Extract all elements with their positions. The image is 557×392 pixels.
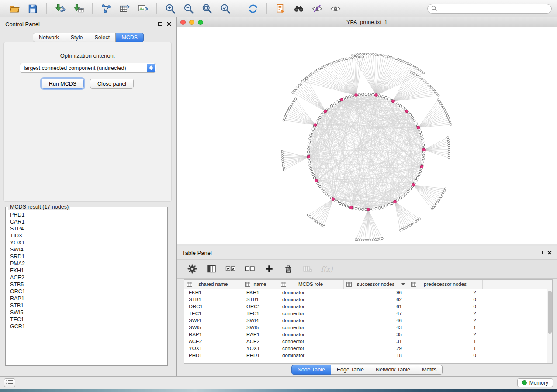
- cell-filler: [482, 289, 552, 296]
- mcds-result-group: MCDS result (17 nodes) PHD1CAR1STP4TID3Y…: [5, 204, 168, 366]
- zoom-selected-button[interactable]: [216, 2, 235, 16]
- cell-mcds_role: dominator: [278, 303, 343, 310]
- zoom-in-button[interactable]: [161, 2, 180, 16]
- settings-button[interactable]: [185, 262, 200, 276]
- zoom-fit-icon: [201, 3, 213, 14]
- function-button: f(x): [319, 262, 334, 276]
- mcds-result-item[interactable]: PHD1: [10, 211, 163, 218]
- select-all-button[interactable]: [223, 262, 238, 276]
- table-row[interactable]: TEC1TEC1connector472: [184, 310, 552, 317]
- close-panel-icon[interactable]: [167, 22, 171, 26]
- table-row[interactable]: SWI4SWI4dominator462: [184, 317, 552, 324]
- refresh-button[interactable]: [244, 2, 262, 16]
- close-table-panel-icon[interactable]: [547, 251, 552, 255]
- export-image-button[interactable]: [134, 2, 152, 16]
- cell-filler: [482, 296, 552, 303]
- column-header-name[interactable]: name: [242, 280, 278, 289]
- clone-network-button[interactable]: [271, 2, 290, 16]
- float-table-panel-icon[interactable]: [539, 251, 543, 254]
- column-label: shared name: [198, 282, 228, 287]
- mcds-result-item[interactable]: CAR1: [10, 218, 163, 225]
- network-window-titlebar[interactable]: YPA_prune.txt_1: [177, 17, 557, 27]
- open-file-icon: [9, 3, 20, 14]
- mcds-result-item[interactable]: TID3: [10, 232, 163, 239]
- show-all-button[interactable]: [326, 2, 345, 16]
- tab-style[interactable]: Style: [65, 33, 89, 42]
- mcds-result-item[interactable]: STB1: [10, 302, 163, 309]
- columns-button[interactable]: [204, 262, 219, 276]
- cell-filler: [482, 303, 552, 310]
- mcds-result-item[interactable]: PMA2: [10, 260, 163, 267]
- mcds-result-item[interactable]: TEC1: [10, 316, 163, 323]
- node-table: shared namenameMCDS rolesuccessor nodesp…: [184, 280, 552, 359]
- task-list-button[interactable]: [4, 378, 15, 387]
- table-row[interactable]: YOX1YOX1connector291: [184, 345, 552, 352]
- save-button[interactable]: [24, 2, 42, 16]
- tab-mcds[interactable]: MCDS: [116, 33, 144, 42]
- close-panel-button[interactable]: Close panel: [90, 79, 134, 89]
- float-panel-icon[interactable]: [158, 22, 162, 26]
- cell-predecessor_nodes: 1: [408, 338, 482, 345]
- network-canvas[interactable]: [177, 27, 556, 244]
- select-all-icon: [225, 264, 236, 274]
- criterion-dropdown[interactable]: largest connected component (undirected): [20, 63, 156, 73]
- mcds-result-item[interactable]: RAP1: [10, 295, 163, 302]
- tab-select[interactable]: Select: [89, 33, 116, 42]
- mcds-result-list[interactable]: PHD1CAR1STP4TID3YOX1SWI4SRD1PMA2FKH1ACE2…: [6, 210, 167, 365]
- table-row[interactable]: PHD1PHD1dominator180: [184, 352, 552, 359]
- mcds-result-item[interactable]: STP4: [10, 225, 163, 232]
- mcds-result-item[interactable]: SWI5: [10, 309, 163, 316]
- table-row[interactable]: FKH1FKH1dominator962: [184, 289, 552, 296]
- cell-name: SWI5: [242, 324, 278, 331]
- column-header-successor_nodes[interactable]: successor nodes: [343, 280, 408, 289]
- cell-shared_name: STB1: [184, 296, 242, 303]
- cell-name: RAP1: [242, 331, 278, 338]
- mcds-result-item[interactable]: ORC1: [10, 288, 163, 295]
- cell-predecessor_nodes: 2: [408, 289, 482, 296]
- mcds-result-item[interactable]: ACE2: [10, 274, 163, 281]
- mcds-result-item[interactable]: STB5: [10, 281, 163, 288]
- new-network-button[interactable]: [97, 2, 115, 16]
- deselect-all-button[interactable]: [242, 262, 257, 276]
- table-scrollbar[interactable]: [547, 289, 552, 363]
- mcds-result-item[interactable]: SWI4: [10, 246, 163, 253]
- run-mcds-button[interactable]: Run MCDS: [42, 79, 84, 89]
- table-row[interactable]: SWI5SWI5connector431: [184, 324, 552, 331]
- delete-row-button[interactable]: [281, 262, 296, 276]
- tab-network[interactable]: Network: [33, 33, 65, 42]
- table-row[interactable]: STB1STB1dominator620: [184, 296, 552, 303]
- sort-arrow-icon[interactable]: [401, 283, 405, 285]
- main-toolbar: [0, 0, 557, 17]
- hide-selected-button[interactable]: [308, 2, 326, 16]
- network-graph[interactable]: [177, 27, 556, 244]
- zoom-out-button[interactable]: [180, 2, 198, 16]
- table-row[interactable]: ACE2ACE2connector311: [184, 338, 552, 345]
- open-file-button[interactable]: [5, 2, 24, 16]
- mcds-result-item[interactable]: FKH1: [10, 267, 163, 274]
- zoom-fit-button[interactable]: [198, 2, 216, 16]
- node-table-body: FKH1FKH1dominator962STB1STB1dominator620…: [184, 289, 552, 359]
- import-table-button[interactable]: [69, 2, 88, 16]
- table-tab-motifs[interactable]: Motifs: [416, 365, 443, 375]
- table-tab-node-table[interactable]: Node Table: [291, 365, 331, 375]
- table-tab-network-table[interactable]: Network Table: [370, 365, 416, 375]
- table-row[interactable]: ORC1ORC1dominator610: [184, 303, 552, 310]
- new-table-button[interactable]: [115, 2, 134, 16]
- mcds-result-item[interactable]: SRD1: [10, 253, 163, 260]
- table-toolbar: f(x): [177, 259, 557, 279]
- search-input[interactable]: [439, 6, 548, 12]
- import-network-button[interactable]: [51, 2, 69, 16]
- column-header-mcds_role[interactable]: MCDS role: [278, 280, 343, 289]
- table-tab-edge-table[interactable]: Edge Table: [331, 365, 370, 375]
- add-row-button[interactable]: [262, 262, 277, 276]
- table-row[interactable]: RAP1RAP1dominator352: [184, 331, 552, 338]
- table-scrollbar-thumb[interactable]: [548, 291, 552, 334]
- search-box[interactable]: [427, 4, 552, 14]
- mcds-result-item[interactable]: YOX1: [10, 239, 163, 246]
- column-header-shared_name[interactable]: shared name: [184, 280, 242, 289]
- mcds-result-item[interactable]: GCR1: [10, 323, 163, 330]
- column-header-predecessor_nodes[interactable]: predecessor nodes: [408, 280, 482, 289]
- memory-button[interactable]: Memory: [517, 378, 553, 387]
- optimization-criterion-label: Optimization criterion:: [4, 52, 171, 59]
- find-button[interactable]: [290, 2, 308, 16]
